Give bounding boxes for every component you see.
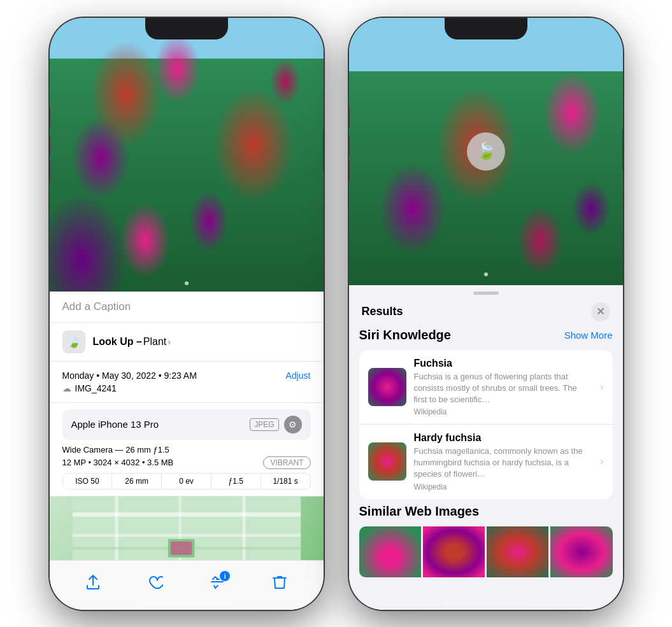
visual-search-button[interactable]: 🍃	[467, 132, 505, 171]
svg-rect-2	[72, 533, 300, 537]
hardy-source: Wikipedia	[414, 483, 593, 491]
svg-rect-5	[242, 497, 245, 560]
fuchsia-name: Fuchsia	[414, 358, 593, 369]
knowledge-card: Fuchsia Fuchsia is a genus of flowering …	[359, 350, 613, 499]
filename: IMG_4241	[75, 383, 117, 393]
svg-rect-1	[72, 512, 300, 517]
heart-button[interactable]	[141, 568, 169, 596]
siri-knowledge-title: Siri Knowledge	[359, 328, 451, 342]
knowledge-item-fuchsia[interactable]: Fuchsia Fuchsia is a genus of flowering …	[359, 350, 613, 425]
exif-aperture: ƒ1.5	[211, 474, 261, 489]
show-more-button[interactable]: Show More	[564, 330, 613, 341]
gear-icon[interactable]: ⚙	[284, 416, 302, 433]
info-badge: i	[220, 571, 230, 581]
device-section: Apple iPhone 13 Pro JPEG ⚙ Wide Camera —…	[50, 403, 324, 497]
web-image-2[interactable]	[423, 526, 485, 577]
vibrant-badge: VIBRANT	[263, 456, 310, 469]
similar-web-header: Similar Web Images	[359, 504, 613, 519]
lookup-bold: Look Up –	[93, 336, 142, 348]
page-dot	[185, 281, 189, 285]
right-phone: 🍃 Results ✕ Siri Knowledge Show More	[349, 18, 623, 610]
results-content: Siri Knowledge Show More Fuchsia Fuchsia…	[349, 328, 623, 610]
web-image-1[interactable]	[359, 526, 421, 577]
fuchsia-chevron: ›	[600, 381, 603, 393]
home-indicator	[145, 602, 228, 605]
adjust-button[interactable]: Adjust	[286, 370, 311, 381]
lookup-icon: 🍃	[62, 330, 85, 353]
share-button[interactable]	[79, 568, 107, 596]
hardy-thumbnail	[368, 442, 406, 481]
device-name: Apple iPhone 13 Pro	[71, 419, 159, 430]
mp-info: 12 MP • 3024 × 4032 • 3.5 MB	[62, 458, 174, 467]
map-svg	[50, 497, 324, 560]
device-badges: JPEG ⚙	[250, 416, 301, 433]
fuchsia-desc: Fuchsia is a genus of flowering plants t…	[414, 371, 593, 406]
web-image-4[interactable]	[550, 526, 612, 577]
caption-placeholder[interactable]: Add a Caption	[62, 300, 131, 313]
date-section: Monday • May 30, 2022 • 9:23 AM Adjust ☁…	[50, 362, 324, 403]
web-images-grid	[359, 526, 613, 577]
results-panel: Results ✕ Siri Knowledge Show More Fuchs…	[349, 285, 623, 610]
siri-knowledge-header: Siri Knowledge Show More	[359, 328, 613, 342]
trash-button[interactable]	[266, 568, 294, 596]
left-phone: Add a Caption 🍃 Look Up – Plant › Monday…	[50, 18, 324, 610]
right-screen: 🍃 Results ✕ Siri Knowledge Show More	[349, 18, 623, 610]
exif-iso: ISO 50	[63, 474, 113, 489]
caption-area[interactable]: Add a Caption	[50, 292, 324, 323]
right-photo-area[interactable]: 🍃	[349, 18, 623, 285]
fuchsia-thumbnail	[368, 368, 406, 406]
format-badge: JPEG	[250, 418, 278, 431]
date-text: Monday • May 30, 2022 • 9:23 AM	[62, 370, 197, 381]
results-title: Results	[362, 305, 403, 318]
hardy-desc: Fuchsia magellanica, commonly known as t…	[414, 446, 593, 481]
cloud-icon: ☁	[62, 383, 71, 393]
camera-detail: Wide Camera — 26 mm ƒ1.5	[62, 445, 311, 454]
lookup-row[interactable]: 🍃 Look Up – Plant ›	[50, 323, 324, 362]
exif-shutter: 1/181 s	[261, 474, 310, 489]
lookup-plain: Plant	[143, 336, 166, 348]
fuchsia-text: Fuchsia Fuchsia is a genus of flowering …	[414, 358, 593, 417]
hardy-chevron: ›	[600, 456, 603, 467]
device-row: Apple iPhone 13 Pro JPEG ⚙	[62, 409, 311, 440]
map-preview[interactable]	[50, 497, 324, 560]
svg-rect-3	[115, 497, 118, 560]
similar-web-section: Similar Web Images	[359, 504, 613, 577]
left-screen: Add a Caption 🍃 Look Up – Plant › Monday…	[50, 18, 324, 610]
notch	[145, 18, 228, 39]
results-header: Results ✕	[349, 299, 623, 328]
web-image-3[interactable]	[487, 526, 548, 577]
svg-rect-8	[171, 541, 192, 554]
exif-row: ISO 50 26 mm 0 ev ƒ1.5 1/181 s	[62, 473, 311, 490]
notch-right	[445, 18, 527, 39]
home-indicator-right	[445, 602, 527, 605]
info-button[interactable]: i	[203, 568, 231, 596]
lookup-label: Look Up – Plant ›	[93, 336, 171, 348]
hardy-text: Hardy fuchsia Fuchsia magellanica, commo…	[414, 432, 593, 491]
hardy-name: Hardy fuchsia	[414, 432, 593, 444]
fuchsia-source: Wikipedia	[414, 407, 593, 416]
results-handle	[473, 292, 499, 295]
knowledge-item-hardy[interactable]: Hardy fuchsia Fuchsia magellanica, commo…	[359, 425, 613, 499]
photo-area[interactable]	[50, 18, 324, 292]
leaf-icon: 🍃	[67, 335, 81, 349]
lookup-chevron: ›	[168, 337, 171, 347]
close-button[interactable]: ✕	[591, 302, 610, 321]
exif-focal: 26 mm	[112, 474, 162, 489]
exif-ev: 0 ev	[162, 474, 211, 489]
dot-indicator	[484, 272, 488, 276]
similar-web-title: Similar Web Images	[359, 504, 480, 519]
